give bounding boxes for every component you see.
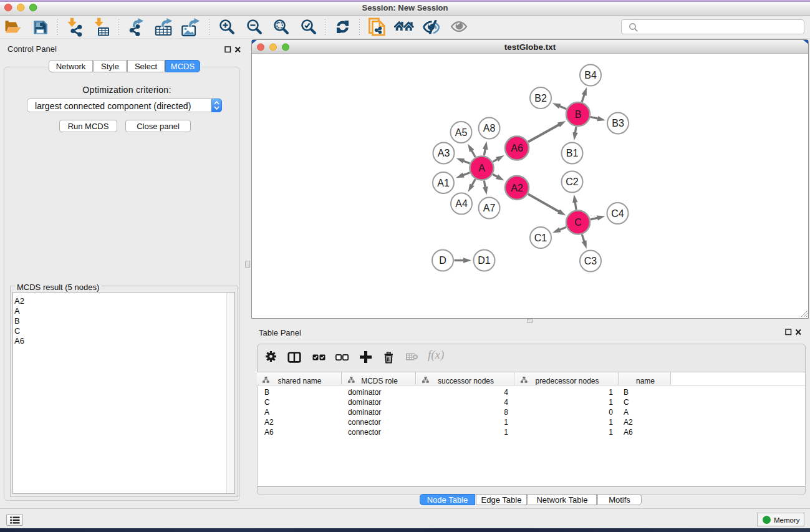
svg-text:B2: B2: [534, 93, 547, 104]
svg-text:C: C: [574, 217, 582, 228]
svg-text:A7: A7: [483, 203, 496, 213]
svg-text:C4: C4: [611, 208, 624, 219]
svg-text:A3: A3: [438, 148, 450, 158]
svg-text:C1: C1: [534, 233, 547, 243]
svg-text:C2: C2: [566, 177, 579, 187]
svg-text:B: B: [575, 109, 582, 120]
svg-text:A6: A6: [511, 143, 523, 153]
svg-text:C3: C3: [584, 256, 597, 266]
svg-text:A2: A2: [511, 183, 523, 193]
svg-text:A: A: [478, 163, 485, 173]
svg-text:A5: A5: [455, 127, 468, 138]
svg-text:B1: B1: [566, 148, 579, 158]
svg-text:D: D: [439, 255, 446, 266]
svg-text:A4: A4: [455, 198, 468, 209]
svg-text:A1: A1: [437, 178, 450, 188]
svg-text:B3: B3: [612, 118, 624, 128]
svg-text:A8: A8: [483, 123, 496, 133]
svg-text:B4: B4: [584, 70, 597, 80]
svg-text:D1: D1: [478, 255, 491, 266]
